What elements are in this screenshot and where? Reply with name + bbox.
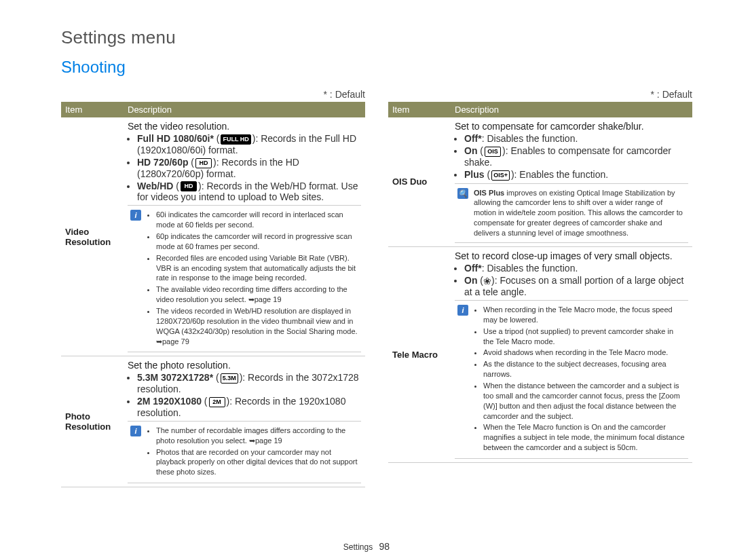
- info-paragraph: OIS Plus improves on existing Optical Im…: [474, 188, 685, 238]
- flower-icon: ❀: [483, 276, 491, 286]
- info-note: 🔍 OIS Plus improves on existing Optical …: [455, 183, 688, 243]
- list-item: Full HD 1080/60i* (FULL HD): Records in …: [137, 133, 361, 155]
- default-legend: * : Default: [388, 89, 692, 100]
- list-item: Off*: Disables the function.: [464, 133, 688, 144]
- row-label-photo-resolution: Photo Resolution: [61, 356, 124, 487]
- row-lead: Set the video resolution.: [128, 121, 361, 132]
- list-item: Use a tripod (not supplied) to prevent c…: [483, 326, 685, 347]
- option-name: 5.3M 3072X1728*: [137, 372, 213, 383]
- row-label-tele-macro: Tele Macro: [388, 246, 451, 462]
- list-item: Plus (OIS+): Enables the function.: [464, 169, 688, 181]
- list-item: 5.3M 3072X1728* (5.3M): Records in the 3…: [137, 372, 361, 394]
- option-name: Off*: [464, 133, 482, 144]
- page-number: 98: [379, 541, 390, 552]
- option-name: On: [464, 145, 477, 156]
- option-name: 2M 1920X1080: [137, 396, 202, 407]
- list-item: On (OIS): Enables to compensate for camc…: [464, 145, 688, 168]
- list-item: HD 720/60p (HD): Records in the HD (1280…: [137, 157, 361, 179]
- fine-print-list: The number of recordable images differs …: [156, 426, 358, 479]
- ois-on-icon: OIS: [485, 147, 501, 157]
- right-column: * : Default Item Description OIS Duo Set…: [388, 89, 692, 487]
- list-item: 60p indicates the camcorder will record …: [156, 231, 358, 252]
- manual-page: Settings menu Shooting * : Default Item …: [0, 0, 733, 560]
- list-item: 60i indicates the camcorder will record …: [156, 210, 358, 230]
- option-name: Off*: [464, 263, 482, 274]
- option-name: Full HD 1080/60i*: [137, 133, 214, 144]
- footer-label: Settings: [343, 542, 373, 552]
- list-item: Photos that are recorded on your camcord…: [156, 447, 358, 478]
- row-desc: Set to compensate for camcorder shake/bl…: [451, 117, 692, 246]
- list-item: Avoid shadows when recording in the Tele…: [483, 348, 685, 358]
- left-column: * : Default Item Description Video Resol…: [61, 89, 365, 487]
- table-row: Video Resolution Set the video resolutio…: [61, 117, 365, 356]
- list-item: Web/HD (HD): Records in the Web/HD forma…: [137, 181, 361, 203]
- list-item: The available video recording time diffe…: [156, 284, 358, 305]
- option-text: : Focuses on a small portion of a large …: [464, 275, 683, 297]
- option-list: Full HD 1080/60i* (FULL HD): Records in …: [137, 133, 361, 202]
- row-lead: Set the photo resolution.: [128, 360, 361, 371]
- table-header-item: Item: [61, 102, 124, 117]
- info-icon: i: [130, 210, 141, 221]
- table-header-desc: Description: [124, 102, 365, 117]
- option-list: Off*: Disables the function. On (❀): Foc…: [464, 263, 688, 297]
- option-text: : Enables the function.: [514, 169, 609, 180]
- table-row: Photo Resolution Set the photo resolutio…: [61, 356, 365, 487]
- full-hd-icon: FULL HD: [221, 134, 250, 145]
- list-item: 2M 1920X1080 (2M): Records in the 1920x1…: [137, 396, 361, 418]
- option-name: On: [464, 275, 477, 286]
- list-item: The number of recordable images differs …: [156, 426, 358, 446]
- table-header-desc: Description: [451, 102, 692, 117]
- web-hd-icon: HD: [181, 181, 197, 191]
- hd-icon: HD: [195, 158, 212, 168]
- table-row: OIS Duo Set to compensate for camcorder …: [388, 117, 692, 246]
- fine-print-list: When recording in the Tele Macro mode, t…: [483, 305, 685, 454]
- list-item: On (❀): Focuses on a small portion of a …: [464, 275, 688, 297]
- row-desc: Set to record close-up images of very sm…: [451, 246, 692, 462]
- info-text: improves on existing Optical Image Stabi…: [474, 189, 683, 237]
- list-item: As the distance to the subject decreases…: [483, 359, 685, 379]
- list-item: When recording in the Tele Macro mode, t…: [483, 305, 685, 325]
- option-list: 5.3M 3072X1728* (5.3M): Records in the 3…: [137, 372, 361, 418]
- section-heading: Shooting: [61, 58, 692, 77]
- info-icon: i: [457, 305, 468, 316]
- option-name: Web/HD: [137, 181, 173, 191]
- 5-3m-icon: 5.3M: [221, 373, 238, 384]
- bold-term: OIS Plus: [474, 189, 504, 197]
- list-item: Recorded files are encoded using Variabl…: [156, 253, 358, 284]
- table-header-item: Item: [388, 102, 451, 117]
- option-text: : Disables the function.: [482, 263, 578, 274]
- row-lead: Set to compensate for camcorder shake/bl…: [455, 121, 688, 132]
- info-note: i When recording in the Tele Macro mode,…: [455, 300, 688, 459]
- option-name: Plus: [464, 169, 485, 180]
- table-row: Tele Macro Set to record close-up images…: [388, 246, 692, 462]
- default-legend: * : Default: [61, 89, 365, 100]
- info-note: i The number of recordable images differ…: [128, 421, 361, 483]
- settings-table: Item Description Video Resolution Set th…: [61, 102, 365, 487]
- two-column-layout: * : Default Item Description Video Resol…: [61, 89, 692, 487]
- ois-plus-icon: OIS+: [491, 170, 510, 181]
- 2m-icon: 2M: [209, 397, 225, 407]
- row-lead: Set to record close-up images of very sm…: [455, 250, 688, 261]
- option-name: HD 720/60p: [137, 157, 188, 168]
- list-item: When the distance between the camcorder …: [483, 381, 685, 421]
- fine-print-list: 60i indicates the camcorder will record …: [156, 210, 358, 348]
- list-item: The videos recorded in Web/HD resolution…: [156, 306, 358, 346]
- info-icon: i: [130, 426, 141, 436]
- option-list: Off*: Disables the function. On (OIS): E…: [464, 133, 688, 181]
- magnifier-icon: 🔍: [457, 188, 468, 199]
- row-desc: Set the video resolution. Full HD 1080/6…: [124, 117, 365, 356]
- option-text: : Disables the function.: [482, 133, 578, 144]
- info-note: i 60i indicates the camcorder will recor…: [128, 205, 361, 352]
- page-footer: Settings 98: [0, 541, 733, 552]
- breadcrumb-heading: Settings menu: [61, 27, 692, 48]
- row-label-video-resolution: Video Resolution: [61, 117, 124, 356]
- list-item: When the Tele Macro function is On and t…: [483, 422, 685, 453]
- row-label-ois-duo: OIS Duo: [388, 117, 451, 246]
- row-desc: Set the photo resolution. 5.3M 3072X1728…: [124, 356, 365, 487]
- settings-table: Item Description OIS Duo Set to compensa…: [388, 102, 692, 463]
- list-item: Off*: Disables the function.: [464, 263, 688, 274]
